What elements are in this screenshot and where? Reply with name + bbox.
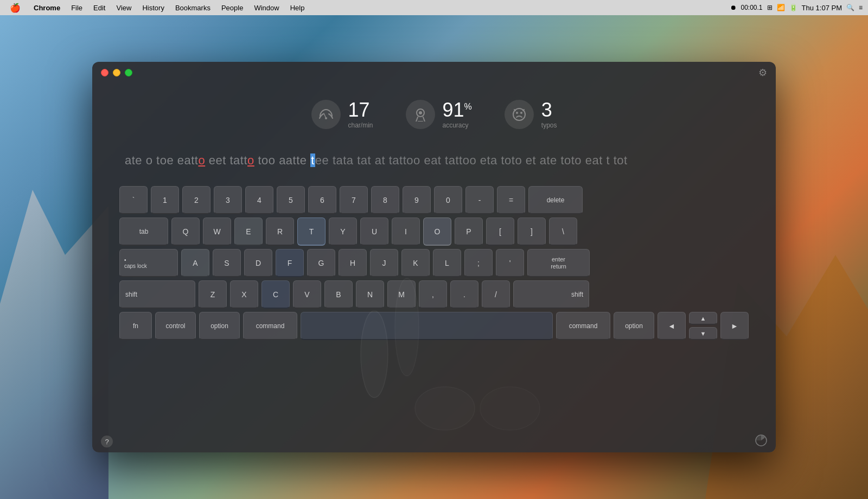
- edit-menu[interactable]: Edit: [89, 3, 110, 13]
- typed-text-3: too aatte: [254, 153, 310, 167]
- key-d[interactable]: D: [244, 249, 272, 277]
- key-c[interactable]: C: [261, 280, 290, 309]
- key-v[interactable]: V: [293, 280, 321, 309]
- key-2[interactable]: 2: [182, 186, 210, 214]
- key-command-right[interactable]: command: [556, 312, 610, 340]
- key-comma[interactable]: ,: [419, 280, 447, 309]
- key-arrow-down[interactable]: ▼: [689, 327, 717, 340]
- key-shift-left[interactable]: shift: [119, 280, 195, 309]
- minimize-button[interactable]: [113, 69, 120, 76]
- key-control[interactable]: control: [155, 312, 196, 340]
- key-k[interactable]: K: [401, 249, 430, 277]
- key-6[interactable]: 6: [308, 186, 336, 214]
- key-p[interactable]: P: [455, 217, 483, 246]
- key-j[interactable]: J: [370, 249, 398, 277]
- key-e[interactable]: E: [234, 217, 263, 246]
- window-menu[interactable]: Window: [250, 3, 283, 13]
- stats-chart-icon[interactable]: [755, 434, 767, 449]
- typos-number: 3: [541, 100, 557, 120]
- key-arrow-up[interactable]: ▲: [689, 312, 717, 325]
- key-4[interactable]: 4: [245, 186, 273, 214]
- stat-typos: 3 typos: [505, 100, 557, 129]
- people-menu[interactable]: People: [217, 3, 247, 13]
- key-rbracket[interactable]: ]: [518, 217, 546, 246]
- key-5[interactable]: 5: [277, 186, 305, 214]
- key-a[interactable]: A: [181, 249, 209, 277]
- svg-point-8: [415, 387, 475, 430]
- key-r[interactable]: R: [266, 217, 294, 246]
- key-space[interactable]: [301, 312, 553, 340]
- key-backslash[interactable]: \: [549, 217, 577, 246]
- typos-values: 3 typos: [541, 100, 557, 129]
- key-t[interactable]: T: [297, 217, 326, 246]
- key-quote[interactable]: ': [496, 249, 524, 277]
- help-menu[interactable]: Help: [286, 3, 309, 13]
- apple-menu[interactable]: 🍎: [5, 2, 25, 14]
- key-lbracket[interactable]: [: [486, 217, 514, 246]
- key-l[interactable]: L: [433, 249, 461, 277]
- desktop: ⚙ 17 char/min: [0, 15, 868, 499]
- key-arrow-right[interactable]: ►: [720, 312, 749, 340]
- key-y[interactable]: Y: [329, 217, 357, 246]
- key-b[interactable]: B: [324, 280, 353, 309]
- key-slash[interactable]: /: [482, 280, 510, 309]
- key-equals[interactable]: =: [497, 186, 525, 214]
- speed-label: char/min: [348, 121, 373, 129]
- key-3[interactable]: 3: [214, 186, 242, 214]
- error-char-1: o: [198, 153, 205, 167]
- history-menu[interactable]: History: [138, 3, 168, 13]
- key-option-right[interactable]: option: [614, 312, 654, 340]
- file-menu[interactable]: File: [67, 3, 87, 13]
- key-n[interactable]: N: [356, 280, 384, 309]
- grid-icon: ⊞: [767, 4, 773, 11]
- key-enter[interactable]: enterreturn: [527, 249, 590, 277]
- key-row-numbers: ` 1 2 3 4 5 6 7 8 9 0 - = delete: [119, 186, 749, 214]
- key-8[interactable]: 8: [371, 186, 399, 214]
- key-1[interactable]: 1: [151, 186, 179, 214]
- key-period[interactable]: .: [450, 280, 478, 309]
- key-minus[interactable]: -: [465, 186, 494, 214]
- key-arrow-left[interactable]: ◄: [658, 312, 686, 340]
- key-tab[interactable]: tab: [119, 217, 168, 246]
- key-q[interactable]: Q: [171, 217, 200, 246]
- key-9[interactable]: 9: [403, 186, 431, 214]
- key-g[interactable]: G: [307, 249, 335, 277]
- key-u[interactable]: U: [360, 217, 388, 246]
- typed-text: ate o toe eatt: [125, 153, 198, 167]
- key-capslock[interactable]: •caps lock: [119, 249, 178, 277]
- key-fn[interactable]: fn: [119, 312, 152, 340]
- stat-speed: 17 char/min: [311, 100, 373, 129]
- key-command-left[interactable]: command: [243, 312, 297, 340]
- key-option-left[interactable]: option: [199, 312, 240, 340]
- key-m[interactable]: M: [387, 280, 416, 309]
- view-menu[interactable]: View: [112, 3, 136, 13]
- key-w[interactable]: W: [203, 217, 231, 246]
- app-name-menu[interactable]: Chrome: [29, 3, 65, 13]
- key-7[interactable]: 7: [340, 186, 368, 214]
- key-backtick[interactable]: `: [119, 186, 148, 214]
- key-z[interactable]: Z: [199, 280, 227, 309]
- key-0[interactable]: 0: [434, 186, 462, 214]
- close-button[interactable]: [101, 69, 108, 76]
- key-x[interactable]: X: [230, 280, 258, 309]
- key-shift-right[interactable]: shift: [513, 280, 589, 309]
- settings-icon[interactable]: ⚙: [758, 67, 767, 79]
- help-button[interactable]: ?: [101, 436, 113, 447]
- key-s[interactable]: S: [213, 249, 241, 277]
- search-icon[interactable]: 🔍: [846, 4, 854, 11]
- key-h[interactable]: H: [339, 249, 367, 277]
- svg-point-5: [520, 112, 522, 114]
- key-delete[interactable]: delete: [528, 186, 583, 214]
- record-indicator: ⏺: [730, 4, 737, 11]
- key-semicolon[interactable]: ;: [464, 249, 493, 277]
- stat-accuracy: 91% accuracy: [406, 100, 472, 129]
- maximize-button[interactable]: [125, 69, 132, 76]
- bookmarks-menu[interactable]: Bookmarks: [171, 3, 215, 13]
- wifi-icon: 📶: [777, 4, 785, 11]
- key-o[interactable]: O: [423, 217, 451, 246]
- list-icon[interactable]: ≡: [859, 4, 863, 11]
- key-row-qwerty: tab Q W E R T Y U I O P [ ] \: [119, 217, 749, 246]
- key-i[interactable]: I: [392, 217, 420, 246]
- key-f[interactable]: F: [276, 249, 304, 277]
- current-char: t: [310, 153, 315, 167]
